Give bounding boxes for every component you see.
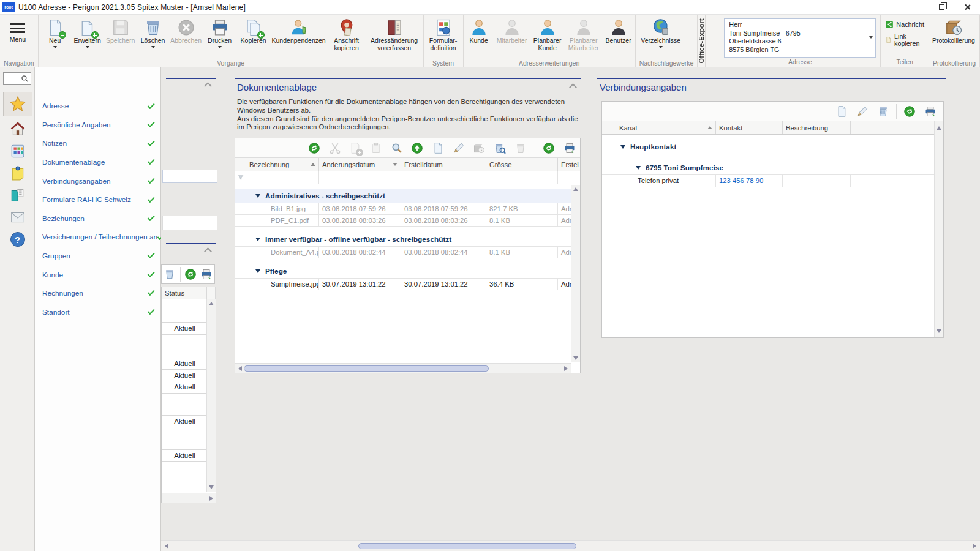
document-group-row[interactable]: Administratives - schreibgeschützt (235, 189, 571, 203)
column-header-kanal[interactable]: Kanal (616, 121, 716, 134)
column-header-beschreibung[interactable]: Beschreibung (783, 121, 851, 134)
status-cell[interactable] (162, 394, 208, 416)
status-cell[interactable]: Aktuell (162, 381, 208, 394)
nav-item-kunde[interactable]: Kunde (35, 265, 160, 284)
collapse-chevron[interactable] (204, 82, 212, 90)
close-button[interactable] (954, 0, 980, 15)
rail-item-mail[interactable] (9, 209, 26, 226)
formulardefinition-button[interactable]: Formular-definition (424, 16, 462, 59)
adressaenderung-button[interactable]: Adressänderung vorerfassen (366, 16, 423, 59)
rail-item-help[interactable]: ? (9, 231, 26, 248)
rail-item-planner[interactable] (9, 143, 26, 160)
open-upload-icon[interactable] (410, 141, 424, 155)
delete-icon[interactable] (163, 268, 176, 281)
edit-pencil-icon[interactable] (856, 105, 869, 118)
nav-item-versicherungen[interactable]: Versicherungen / Teilrechnungen an (35, 228, 160, 247)
collapse-chevron[interactable] (569, 83, 577, 91)
nav-item-persoenliche-angaben[interactable]: Persönliche Angaben (35, 116, 160, 135)
vertical-scrollbar[interactable] (206, 299, 216, 492)
vertical-scrollbar[interactable] (571, 185, 580, 362)
print-icon[interactable] (200, 268, 213, 281)
rail-item-documents[interactable] (9, 187, 26, 204)
status-cell[interactable]: Aktuell (162, 450, 208, 462)
loeschen-button[interactable]: Löschen (137, 16, 169, 59)
rail-item-home[interactable] (9, 121, 26, 138)
delete-icon[interactable] (876, 105, 890, 118)
recycle-search-icon[interactable] (493, 141, 507, 155)
column-header-aenderungsdatum[interactable]: Änderungsdatum (319, 158, 401, 171)
contact-subgroup-row[interactable]: 6795 Toni Sumpfmeise (602, 160, 934, 175)
document-row[interactable]: Sumpfmeise.jpg 30.07.2019 13:01:22 30.07… (235, 278, 571, 290)
drucken-button[interactable]: Drucken (203, 16, 236, 59)
search-input[interactable] (3, 72, 31, 85)
filter-row[interactable] (235, 171, 580, 184)
status-cell[interactable] (162, 335, 208, 358)
print-icon[interactable] (563, 141, 576, 155)
column-header-erstelldatum[interactable]: Erstelldatum (401, 158, 486, 171)
refresh-icon[interactable] (184, 268, 198, 281)
column-header-status[interactable]: Status (162, 287, 207, 299)
planbarer-kunde-button[interactable]: Planbarer Kunde (530, 16, 565, 59)
refresh-icon[interactable] (543, 141, 556, 155)
new-entry-icon[interactable] (835, 105, 848, 118)
column-header-kontakt[interactable]: Kontakt (716, 121, 783, 134)
edit-pencil-icon[interactable] (452, 141, 466, 155)
menu-button[interactable]: Menü (1, 16, 35, 59)
contact-row[interactable]: Telefon privat 123 456 78 90 (602, 174, 934, 187)
status-cell[interactable] (162, 299, 208, 323)
vertical-scrollbar[interactable] (934, 121, 943, 337)
kundenpendenzen-button[interactable]: Kundenpendenzen (271, 16, 327, 59)
anschrift-kopieren-button[interactable]: Anschrift kopieren (327, 16, 366, 59)
nav-item-beziehungen[interactable]: Beziehungen (35, 209, 160, 228)
phone-link[interactable]: 123 456 78 90 (716, 175, 783, 187)
document-row[interactable]: Bild_B1.jpg 03.08.2018 07:59:26 03.08.20… (235, 203, 571, 215)
document-row[interactable]: Dokument_A4.pdf 03.08.2018 08:02:44 03.0… (235, 246, 571, 258)
clipped-input-field[interactable] (162, 216, 217, 230)
link-kopieren-button[interactable]: Link kopieren (885, 32, 924, 47)
kunde-button[interactable]: Kunde (464, 16, 494, 59)
status-cell[interactable] (162, 427, 208, 450)
main-horizontal-scrollbar[interactable] (161, 540, 980, 551)
verzeichnisse-button[interactable]: Verzeichnisse (636, 16, 685, 59)
status-cell[interactable]: Aktuell (162, 323, 208, 335)
nav-item-verbindungsangaben[interactable]: Verbindungsangaben (35, 171, 160, 190)
horizontal-scrollbar[interactable] (235, 363, 571, 373)
status-cell[interactable]: Aktuell (162, 358, 208, 370)
column-header-groesse[interactable]: Grösse (486, 158, 558, 171)
rail-item-notes[interactable] (9, 165, 26, 182)
benutzer-button[interactable]: Benutzer (603, 16, 635, 59)
sync-icon[interactable] (307, 141, 321, 155)
nav-item-adresse[interactable]: Adresse (35, 97, 160, 116)
office-export-tab[interactable]: Office-Export (698, 15, 706, 67)
preview-icon[interactable] (390, 141, 404, 155)
status-cell[interactable]: Aktuell (162, 416, 208, 427)
column-header-ersteller[interactable]: Erstel (558, 158, 580, 171)
nachricht-button[interactable]: Nachricht (885, 20, 924, 29)
address-selector[interactable]: Herr Toni Sumpfmeise - 6795 Oberfeldstra… (724, 18, 876, 58)
rail-item-favorites[interactable] (3, 92, 32, 116)
status-cell[interactable]: Aktuell (162, 370, 208, 381)
horizontal-scrollbar[interactable] (162, 493, 216, 503)
nav-item-rechnungen[interactable]: Rechnungen (35, 284, 160, 303)
document-icon[interactable] (431, 141, 445, 155)
nav-item-notizen[interactable]: Notizen (35, 134, 160, 153)
document-row[interactable]: PDF_C1.pdf 03.08.2018 08:03:26 03.08.201… (235, 214, 571, 227)
restore-button[interactable] (929, 0, 954, 15)
document-group-row[interactable]: Immer verfügbar - offline verfügbar - sc… (235, 232, 571, 247)
print-icon[interactable] (924, 105, 937, 118)
neu-button[interactable]: Neu (39, 16, 71, 59)
collapse-chevron[interactable] (204, 247, 212, 255)
document-group-row[interactable]: Pflege (235, 264, 571, 279)
nav-item-gruppen[interactable]: Gruppen (35, 247, 160, 266)
protokollierung-button[interactable]: Protokollierung (930, 16, 978, 59)
refresh-icon[interactable] (903, 105, 916, 118)
nav-item-standort[interactable]: Standort (35, 303, 160, 322)
nav-item-dokumentenablage[interactable]: Dokumentenablage (35, 153, 160, 172)
column-header-bezeichnung[interactable]: Bezeichnung (246, 158, 319, 171)
minimize-button[interactable] (903, 0, 929, 15)
nav-item-formulare-rai-hc[interactable]: Formulare RAI-HC Schweiz (35, 190, 160, 209)
clipped-input-field[interactable] (162, 170, 217, 183)
kopieren-button[interactable]: Kopieren (236, 16, 271, 59)
erweitern-button[interactable]: Erweitern (71, 16, 104, 59)
contact-group-row[interactable]: Hauptkontakt (602, 140, 934, 154)
